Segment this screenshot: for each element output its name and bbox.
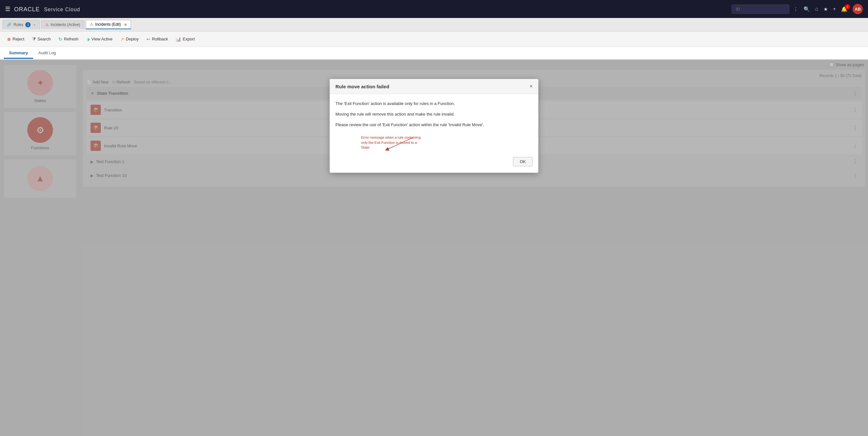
incidents-active-tab-icon: ⚠: [45, 23, 49, 27]
refresh-icon: ↻: [58, 37, 62, 42]
incidents-edit-tab-close[interactable]: ⊗: [124, 23, 127, 26]
viewactive-button[interactable]: ⬗ View Active: [83, 35, 116, 43]
rollback-label: Rollback: [152, 37, 168, 41]
top-nav-icons: ⋮ 🔍 ⌂ ★ + 🔔 2 AB: [793, 4, 863, 14]
toolbar: ⊗ Reject ⧩ Search ↻ Refresh ⬗ View Activ…: [0, 31, 868, 47]
modal-body-text1: The 'Exit Function' action is available …: [336, 100, 532, 107]
tab-rules[interactable]: 🔗 Rules 3 ×: [3, 20, 40, 29]
reject-label: Reject: [12, 37, 24, 41]
oracle-logo: ORACLE Service Cloud: [14, 5, 80, 13]
deploy-label: Deploy: [126, 37, 139, 41]
reject-button[interactable]: ⊗ Reject: [4, 35, 28, 43]
deploy-button[interactable]: ↗ Deploy: [117, 35, 142, 43]
bell-wrapper[interactable]: 🔔 2: [841, 6, 847, 12]
top-nav: ☰ ORACLE Service Cloud ⋮ 🔍 ⌂ ★ + 🔔 2 AB: [0, 0, 868, 18]
export-button[interactable]: 📊 Export: [173, 35, 198, 43]
annotation-text: Error message when a rule containing onl…: [361, 135, 425, 150]
sub-tabs: Summary Audit Log: [0, 47, 868, 60]
bell-badge: 2: [845, 4, 850, 9]
tab-incidents-edit[interactable]: ⚠ Incidents (Edit) ⊗: [86, 20, 131, 29]
viewactive-label: View Active: [92, 37, 113, 41]
tab-bar: 🔗 Rules 3 × ⚠ Incidents (Active) ⚠ Incid…: [0, 18, 868, 31]
rollback-icon: ↩: [146, 37, 150, 42]
plus-icon[interactable]: +: [833, 6, 836, 12]
rules-tab-icon: 🔗: [7, 23, 11, 27]
modal-body: The 'Exit Function' action is available …: [330, 94, 538, 173]
modal-body-text2: Moving the rule will remove this action …: [336, 111, 532, 118]
incidents-edit-tab-icon: ⚠: [90, 22, 93, 27]
tab-incidents-active-label: Incidents (Active): [51, 23, 80, 27]
annotation-container: Error message when a rule containing onl…: [336, 132, 532, 154]
tab-incidents-edit-label: Incidents (Edit): [95, 22, 121, 27]
deploy-icon: ↗: [120, 37, 124, 42]
refresh-label: Refresh: [64, 37, 79, 41]
modal-header: Rule move action failed ×: [330, 79, 538, 94]
search-filter-icon: ⧩: [32, 36, 36, 42]
home-icon[interactable]: ⌂: [815, 6, 818, 12]
refresh-button[interactable]: ↻ Refresh: [55, 35, 82, 43]
sub-tab-summary[interactable]: Summary: [4, 48, 33, 59]
id-search-input[interactable]: [732, 4, 789, 14]
more-icon[interactable]: ⋮: [793, 6, 798, 12]
modal-body-text3: Please review the use of 'Exit Function'…: [336, 122, 532, 128]
main-content: ✦ States ⚙ Functions ▲ Show as pages: [0, 60, 868, 436]
modal-overlay: Rule move action failed × The 'Exit Func…: [0, 60, 868, 436]
modal-dialog: Rule move action failed × The 'Exit Func…: [330, 79, 538, 173]
rules-tab-close[interactable]: ×: [34, 23, 36, 27]
search-icon[interactable]: 🔍: [804, 6, 810, 12]
search-label: Search: [37, 37, 51, 41]
reject-icon: ⊗: [7, 37, 11, 42]
export-label: Export: [183, 37, 195, 41]
viewactive-icon: ⬗: [86, 37, 90, 42]
tab-incidents-active[interactable]: ⚠ Incidents (Active): [41, 20, 85, 29]
sub-tab-auditlog[interactable]: Audit Log: [33, 48, 61, 59]
tab-rules-label: Rules: [13, 23, 24, 27]
star-icon[interactable]: ★: [824, 6, 828, 12]
modal-close-button[interactable]: ×: [530, 84, 532, 89]
search-button[interactable]: ⧩ Search: [29, 35, 54, 43]
export-icon: 📊: [176, 37, 181, 42]
avatar[interactable]: AB: [852, 4, 863, 14]
hamburger-icon[interactable]: ☰: [5, 5, 10, 12]
modal-title: Rule move action failed: [336, 84, 390, 89]
rollback-button[interactable]: ↩ Rollback: [143, 35, 171, 43]
rules-tab-badge: 3: [25, 22, 31, 27]
modal-ok-button[interactable]: OK: [513, 157, 532, 166]
